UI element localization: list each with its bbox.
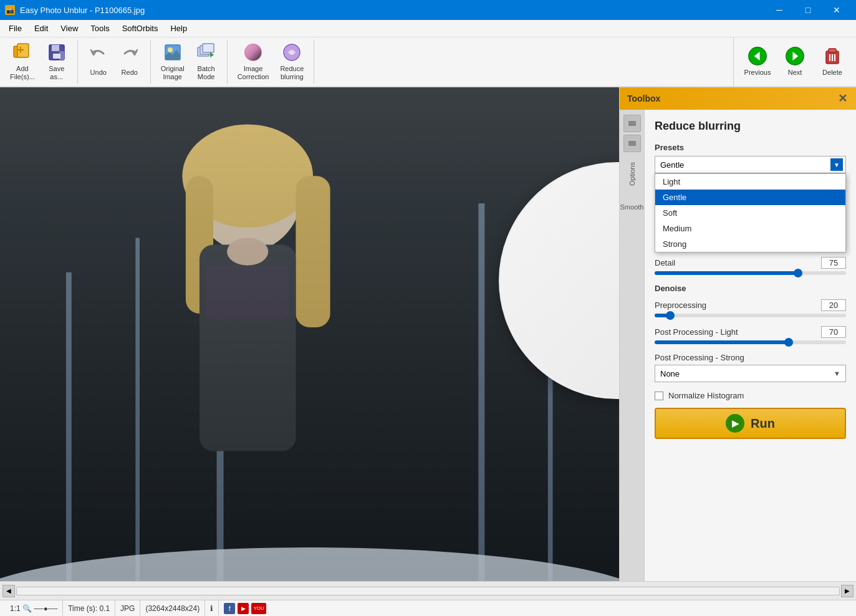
run-icon: ▶ <box>726 414 744 433</box>
save-as-label: Saveas... <box>49 65 64 81</box>
batch-mode-button[interactable]: BatchMode <box>191 41 222 83</box>
toolbar: AddFile(s)... Saveas... Undo Redo <box>0 37 856 87</box>
detail-value: 75 <box>821 257 846 269</box>
time-label: Time (s): 0.1 <box>68 604 110 613</box>
preprocessing-label-row: Preprocessing 20 <box>655 299 846 311</box>
save-as-button[interactable]: Saveas... <box>41 41 72 83</box>
preset-option-gentle[interactable]: Gentle <box>655 190 845 205</box>
social-logo-icon[interactable]: YOU <box>251 603 266 614</box>
svg-point-14 <box>245 44 261 60</box>
image-correction-button[interactable]: ImageCorrection <box>233 41 274 83</box>
svg-rect-40 <box>628 141 636 146</box>
post-light-value: 70 <box>821 326 846 338</box>
menubar: File Edit View Tools SoftOrbits Help <box>0 20 856 37</box>
menu-tools[interactable]: Tools <box>84 21 115 36</box>
preset-dropdown-arrow[interactable]: ▼ <box>830 158 843 171</box>
scroll-right-button[interactable]: ▶ <box>841 585 854 597</box>
svg-rect-35 <box>296 176 330 327</box>
svg-rect-21 <box>829 49 836 52</box>
menu-help[interactable]: Help <box>164 21 193 36</box>
post-light-slider-row: Post Processing - Light 70 <box>655 326 846 344</box>
normalize-row: Normalize Histogram <box>655 391 846 400</box>
menu-softorbits[interactable]: SoftOrbits <box>116 21 165 36</box>
delete-button[interactable]: Delete <box>814 41 851 83</box>
toolbar-image-group: OriginalImage BatchMode <box>156 40 228 84</box>
redo-label: Redo <box>122 69 138 77</box>
toolbox-title: Toolbox <box>627 94 660 103</box>
strip-btn-2[interactable] <box>623 135 641 152</box>
menu-file[interactable]: File <box>2 21 28 36</box>
zoom-level: 1:1 <box>10 604 21 613</box>
toolbox-header: Toolbox ✕ <box>620 87 856 110</box>
scroll-left-button[interactable]: ◀ <box>2 585 15 597</box>
next-label: Next <box>788 69 802 77</box>
info-section: ℹ <box>205 600 219 616</box>
svg-rect-7 <box>53 54 60 59</box>
preprocessing-slider-track[interactable] <box>655 314 846 317</box>
app-icon: 📷 <box>5 5 15 15</box>
minimize-button[interactable]: ─ <box>765 0 794 20</box>
toolbox-body: Reduce blurring Presets Gentle ▼ Light G… <box>645 110 856 581</box>
zoom-icon: 🔍 <box>22 604 32 613</box>
titlebar-controls: ─ □ ✕ <box>765 0 851 20</box>
post-strong-label-row: Post Processing - Strong <box>655 353 846 362</box>
preprocessing-value: 20 <box>821 299 846 311</box>
zoom-section: 1:1 🔍 ──●── <box>5 600 63 616</box>
scroll-track[interactable] <box>16 587 840 595</box>
detail-label-row: Detail 75 <box>655 257 846 269</box>
toolbar-right: Previous Next Delete <box>733 37 851 86</box>
post-strong-value: None <box>660 369 680 378</box>
add-files-button[interactable]: AddFile(s)... <box>5 41 40 83</box>
menu-view[interactable]: View <box>54 21 84 36</box>
magnify-overlay <box>499 162 619 399</box>
post-light-slider-thumb[interactable] <box>784 338 793 347</box>
post-light-slider-fill <box>655 340 789 344</box>
preprocessing-label: Preprocessing <box>655 301 706 310</box>
previous-icon <box>748 46 767 66</box>
post-light-slider-track[interactable] <box>655 340 846 344</box>
undo-redo-group: Undo Redo <box>83 40 151 84</box>
time-section: Time (s): 0.1 <box>63 600 115 616</box>
preset-dropdown[interactable]: Gentle ▼ <box>655 156 846 173</box>
detail-slider-track[interactable] <box>655 271 846 275</box>
info-icon[interactable]: ℹ <box>210 604 213 613</box>
original-image-button[interactable]: OriginalImage <box>156 41 190 83</box>
preset-option-strong[interactable]: Strong <box>655 236 845 252</box>
image-area[interactable] <box>0 87 619 581</box>
previous-button[interactable]: Previous <box>739 41 776 83</box>
preset-option-soft[interactable]: Soft <box>655 205 845 221</box>
toolbox-close-button[interactable]: ✕ <box>836 92 849 105</box>
reduce-blurring-title: Reduce blurring <box>655 120 846 133</box>
reduce-blurring-button[interactable]: Reduceblurring <box>275 41 309 83</box>
strip-btn-1[interactable] <box>623 115 641 132</box>
next-button[interactable]: Next <box>776 41 814 83</box>
close-button[interactable]: ✕ <box>822 0 851 20</box>
maximize-button[interactable]: □ <box>794 0 822 20</box>
redo-button[interactable]: Redo <box>114 41 145 83</box>
detail-slider-thumb[interactable] <box>794 269 802 277</box>
preprocessing-slider-thumb[interactable] <box>666 311 675 320</box>
next-icon <box>785 46 805 66</box>
social-fb-icon[interactable]: f <box>224 603 235 614</box>
run-label: Run <box>751 416 775 431</box>
toolbar-correction-group: ImageCorrection Reduceblurring <box>233 40 315 84</box>
post-strong-row: Post Processing - Strong None ▼ <box>655 353 846 382</box>
post-strong-select[interactable]: None ▼ <box>655 365 846 382</box>
run-button[interactable]: ▶ Run <box>655 408 846 439</box>
format-label: JPG <box>120 604 135 613</box>
preset-option-medium[interactable]: Medium <box>655 221 845 236</box>
social-yt-icon[interactable]: ▶ <box>238 603 249 614</box>
preset-option-light[interactable]: Light <box>655 174 845 190</box>
redo-icon <box>120 46 140 66</box>
preprocessing-slider-row: Preprocessing 20 <box>655 299 846 317</box>
post-light-label: Post Processing - Light <box>655 327 738 337</box>
zoom-slider[interactable]: ──●── <box>34 605 57 612</box>
smooth-label-side: Smooth <box>620 203 644 211</box>
menu-edit[interactable]: Edit <box>28 21 54 36</box>
presets-label: Presets <box>655 143 846 152</box>
normalize-checkbox[interactable] <box>655 392 663 400</box>
detail-label: Detail <box>655 258 675 267</box>
undo-button[interactable]: Undo <box>83 41 114 83</box>
statusbar: 1:1 🔍 ──●── Time (s): 0.1 JPG (3264x2448… <box>0 600 856 616</box>
preset-dropdown-list: Light Gentle Soft Medium Strong <box>655 173 846 253</box>
